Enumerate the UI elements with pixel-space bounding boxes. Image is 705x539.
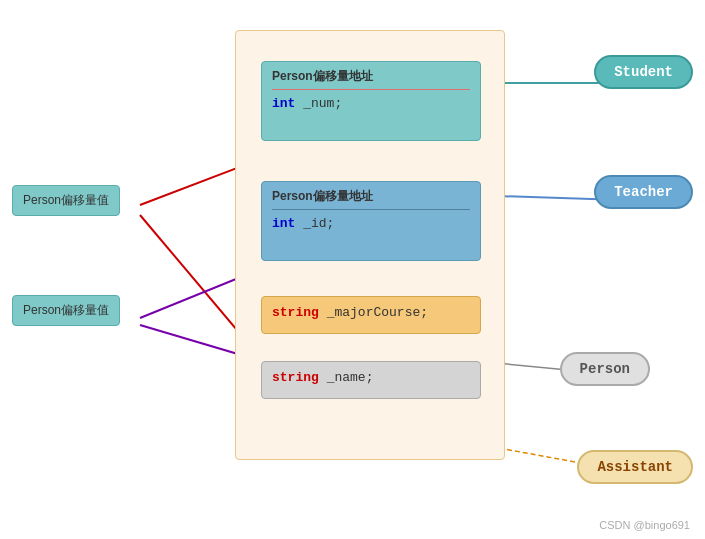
offset-box-2: Person偏移量值 [12,295,120,326]
diagram-container: Person偏移量地址 int _num; Person偏移量地址 int _i… [0,0,705,539]
teacher-code: int _id; [272,216,334,231]
major-memory-block: string _majorCourse; [261,296,481,334]
teacher-label: Teacher [614,184,673,200]
int-keyword-2: int [272,216,295,231]
name-code: string _name; [272,370,373,385]
name-var: _name; [327,370,374,385]
assistant-class-box: Assistant [577,450,693,484]
student-block-title: Person偏移量地址 [272,68,470,85]
student-class-box: Student [594,55,693,89]
name-memory-block: string _name; [261,361,481,399]
offset-label-1: Person偏移量值 [23,193,109,207]
id-var: _id; [303,216,334,231]
person-label: Person [580,361,630,377]
teacher-class-box: Teacher [594,175,693,209]
center-panel: Person偏移量地址 int _num; Person偏移量地址 int _i… [235,30,505,460]
int-keyword-1: int [272,96,295,111]
student-label: Student [614,64,673,80]
major-var: _majorCourse; [327,305,428,320]
num-var: _num; [303,96,342,111]
offset-label-2: Person偏移量值 [23,303,109,317]
string-keyword-1: string [272,305,319,320]
student-code: int _num; [272,96,342,111]
teacher-memory-block: Person偏移量地址 int _id; [261,181,481,261]
student-memory-block: Person偏移量地址 int _num; [261,61,481,141]
watermark: CSDN @bingo691 [599,519,690,531]
assistant-label: Assistant [597,459,673,475]
major-code: string _majorCourse; [272,305,428,320]
offset-box-1: Person偏移量值 [12,185,120,216]
string-keyword-2: string [272,370,319,385]
teacher-block-title: Person偏移量地址 [272,188,470,205]
person-class-box: Person [560,352,650,386]
